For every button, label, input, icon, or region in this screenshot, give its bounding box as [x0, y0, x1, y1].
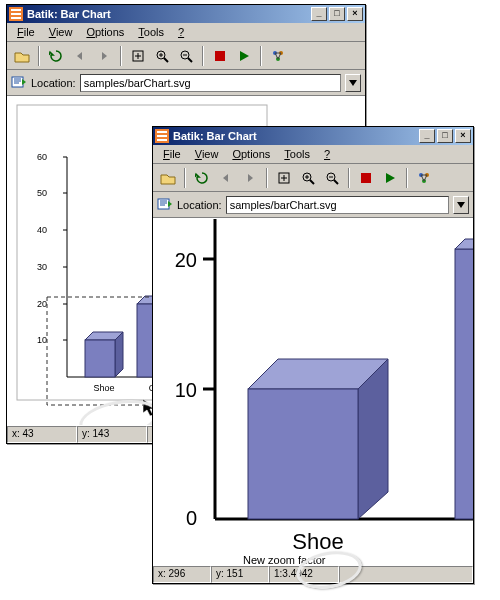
- svg-text:Shoe: Shoe: [292, 529, 343, 554]
- location-input[interactable]: [80, 74, 341, 92]
- window-front: Batik: Bar Chart _ □ × File View Options…: [152, 126, 474, 584]
- status-y: y: 143: [77, 426, 147, 443]
- svg-rect-46: [157, 131, 167, 133]
- svg-rect-14: [215, 51, 225, 61]
- svg-text:10: 10: [175, 379, 197, 401]
- dom-icon[interactable]: [413, 167, 435, 189]
- svg-rect-39: [85, 340, 115, 377]
- open-icon[interactable]: [157, 167, 179, 189]
- svg-text:0: 0: [186, 507, 197, 529]
- menu-tools[interactable]: Tools: [278, 147, 316, 161]
- svg-rect-77: [455, 249, 473, 519]
- svg-rect-1: [11, 9, 21, 11]
- location-input[interactable]: [226, 196, 449, 214]
- stop-icon[interactable]: [209, 45, 231, 67]
- toolbar: [153, 164, 473, 192]
- location-icon: [157, 196, 173, 214]
- menu-file[interactable]: File: [11, 25, 41, 39]
- menu-help[interactable]: ?: [172, 25, 190, 39]
- dom-icon[interactable]: [267, 45, 289, 67]
- bar-shoe-zoomed: [248, 359, 388, 519]
- svg-rect-76: [248, 389, 358, 519]
- menu-file[interactable]: File: [157, 147, 187, 161]
- close-button[interactable]: ×: [455, 129, 471, 143]
- titlebar[interactable]: Batik: Bar Chart _ □ ×: [153, 127, 473, 145]
- forward-icon[interactable]: [239, 167, 261, 189]
- svg-marker-78: [455, 239, 473, 249]
- status-rest: [339, 566, 473, 583]
- window-title: Batik: Bar Chart: [173, 130, 419, 142]
- maximize-button[interactable]: □: [329, 7, 345, 21]
- forward-icon[interactable]: [93, 45, 115, 67]
- menu-tools[interactable]: Tools: [132, 25, 170, 39]
- svg-rect-47: [157, 135, 167, 137]
- zoom-reset-icon[interactable]: [127, 45, 149, 67]
- svg-rect-48: [157, 139, 167, 141]
- location-dropdown-icon[interactable]: [453, 196, 469, 214]
- reload-icon[interactable]: [45, 45, 67, 67]
- reload-icon[interactable]: [191, 167, 213, 189]
- menu-view[interactable]: View: [189, 147, 225, 161]
- maximize-button[interactable]: □: [437, 129, 453, 143]
- svg-text:Shoe: Shoe: [93, 383, 114, 393]
- menubar: File View Options Tools ?: [153, 145, 473, 164]
- annotation-new-zoom: New zoom factor: [243, 554, 326, 565]
- svg-line-53: [310, 180, 314, 184]
- menu-view[interactable]: View: [43, 25, 79, 39]
- play-icon[interactable]: [379, 167, 401, 189]
- location-bar: Location:: [7, 70, 365, 96]
- svg-rect-59: [361, 173, 371, 183]
- menu-help[interactable]: ?: [318, 147, 336, 161]
- stop-icon[interactable]: [355, 167, 377, 189]
- svg-text:60: 60: [37, 152, 47, 162]
- location-bar: Location:: [153, 192, 473, 218]
- svg-text:30: 30: [37, 262, 47, 272]
- svg-line-57: [334, 180, 338, 184]
- titlebar[interactable]: Batik: Bar Chart _ □ ×: [7, 5, 365, 23]
- status-y: y: 151: [211, 566, 269, 583]
- svg-marker-38: [115, 332, 123, 377]
- batik-app-icon: [155, 129, 169, 143]
- menubar: File View Options Tools ?: [7, 23, 365, 42]
- svg-rect-2: [11, 13, 21, 15]
- zoom-out-icon[interactable]: [175, 45, 197, 67]
- status-x: x: 296: [153, 566, 211, 583]
- location-label: Location:: [177, 199, 222, 211]
- svg-text:20: 20: [175, 249, 197, 271]
- back-icon[interactable]: [69, 45, 91, 67]
- chart-canvas-zoomed[interactable]: 20 10 0 Shoe New zoom factor: [153, 218, 473, 565]
- status-zoom: 1:3.4942: [269, 566, 339, 583]
- zoom-in-icon[interactable]: [151, 45, 173, 67]
- open-icon[interactable]: [11, 45, 33, 67]
- svg-rect-3: [11, 17, 21, 19]
- zoom-out-icon[interactable]: [321, 167, 343, 189]
- batik-app-icon: [9, 7, 23, 21]
- menu-options[interactable]: Options: [80, 25, 130, 39]
- menu-options[interactable]: Options: [226, 147, 276, 161]
- svg-line-12: [188, 58, 192, 62]
- bar-partial-right: [455, 239, 473, 519]
- window-title: Batik: Bar Chart: [27, 8, 311, 20]
- location-dropdown-icon[interactable]: [345, 74, 361, 92]
- zoom-reset-icon[interactable]: [273, 167, 295, 189]
- location-icon: [11, 74, 27, 92]
- zoom-in-icon[interactable]: [297, 167, 319, 189]
- minimize-button[interactable]: _: [419, 129, 435, 143]
- status-x: x: 43: [7, 426, 77, 443]
- minimize-button[interactable]: _: [311, 7, 327, 21]
- svg-line-8: [164, 58, 168, 62]
- location-label: Location:: [31, 77, 76, 89]
- play-icon[interactable]: [233, 45, 255, 67]
- back-icon[interactable]: [215, 167, 237, 189]
- statusbar: x: 296 y: 151 1:3.4942: [153, 565, 473, 583]
- svg-text:10: 10: [37, 335, 47, 345]
- close-button[interactable]: ×: [347, 7, 363, 21]
- svg-text:20: 20: [37, 299, 47, 309]
- toolbar: [7, 42, 365, 70]
- svg-text:40: 40: [37, 225, 47, 235]
- svg-text:50: 50: [37, 188, 47, 198]
